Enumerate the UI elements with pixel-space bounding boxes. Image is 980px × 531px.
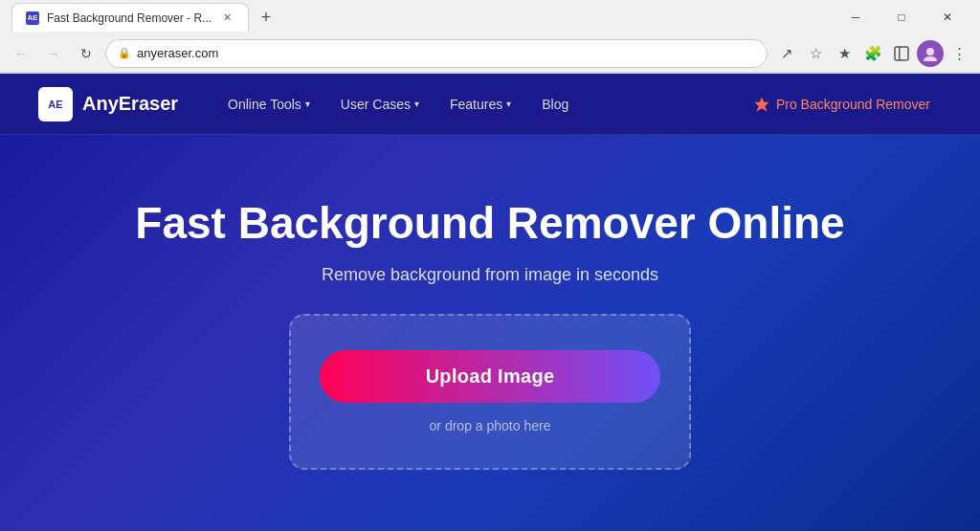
nav-blog[interactable]: Blog xyxy=(530,89,580,120)
drop-text: or drop a photo here xyxy=(430,418,551,433)
user-cases-label: User Cases xyxy=(341,97,411,112)
site-nav: AE AnyEraser Online Tools ▾ User Cases ▾… xyxy=(0,74,980,135)
logo-icon: AE xyxy=(38,87,73,122)
svg-rect-1 xyxy=(899,47,901,60)
url-text: anyeraser.com xyxy=(137,46,755,60)
title-bar: AE Fast Background Remover - R... ✕ + ─ … xyxy=(0,0,980,34)
favorites-button[interactable]: ☆ xyxy=(802,40,829,67)
upload-image-button[interactable]: Upload Image xyxy=(320,350,660,403)
pro-icon xyxy=(753,96,770,113)
online-tools-chevron: ▾ xyxy=(305,99,310,109)
svg-marker-3 xyxy=(755,98,768,111)
online-tools-label: Online Tools xyxy=(228,97,301,112)
blog-label: Blog xyxy=(542,97,568,112)
active-tab[interactable]: AE Fast Background Remover - R... ✕ xyxy=(11,3,249,32)
nav-links: Online Tools ▾ User Cases ▾ Features ▾ B… xyxy=(216,89,742,120)
share-button[interactable]: ↗ xyxy=(773,40,800,67)
minimize-button[interactable]: ─ xyxy=(835,4,877,31)
brand-name: AnyEraser xyxy=(82,93,178,115)
features-label: Features xyxy=(450,97,502,112)
refresh-button[interactable]: ↻ xyxy=(73,40,100,67)
toolbar-icons: ↗ ☆ ★ 🧩 ⋮ xyxy=(773,40,972,67)
svg-point-2 xyxy=(926,48,934,55)
nav-online-tools[interactable]: Online Tools ▾ xyxy=(216,89,322,120)
nav-user-cases[interactable]: User Cases ▾ xyxy=(329,89,431,120)
close-button[interactable]: ✕ xyxy=(926,4,969,31)
upload-drop-zone[interactable]: Upload Image or drop a photo here xyxy=(289,314,691,470)
nav-features[interactable]: Features ▾ xyxy=(438,89,523,120)
pro-label: Pro Background Remover xyxy=(776,97,930,112)
svg-rect-0 xyxy=(895,47,908,60)
maximize-button[interactable]: □ xyxy=(880,4,923,31)
hero-title: Fast Background Remover Online xyxy=(135,197,844,250)
features-chevron: ▾ xyxy=(506,99,511,109)
lock-icon: 🔒 xyxy=(118,47,131,59)
extensions-button[interactable]: 🧩 xyxy=(859,40,886,67)
site-content: AE AnyEraser Online Tools ▾ User Cases ▾… xyxy=(0,74,980,531)
new-tab-button[interactable]: + xyxy=(253,4,279,31)
nav-pro-button[interactable]: Pro Background Remover xyxy=(742,88,942,121)
tab-favicon: AE xyxy=(26,11,39,25)
menu-button[interactable]: ⋮ xyxy=(946,40,972,67)
address-box[interactable]: 🔒 anyeraser.com xyxy=(105,39,768,68)
tab-area: AE Fast Background Remover - R... ✕ + xyxy=(11,3,279,32)
tab-title: Fast Background Remover - R... xyxy=(47,11,212,25)
window-chrome: AE Fast Background Remover - R... ✕ + ─ … xyxy=(0,0,980,74)
tab-strip: AE Fast Background Remover - R... ✕ xyxy=(11,3,249,32)
hero-subtitle: Remove background from image in seconds xyxy=(322,265,658,285)
address-bar-row: ← → ↻ 🔒 anyeraser.com ↗ ☆ ★ 🧩 ⋮ xyxy=(0,34,980,73)
window-controls: ─ □ ✕ xyxy=(835,4,969,31)
logo-area[interactable]: AE AnyEraser xyxy=(38,87,178,122)
forward-button[interactable]: → xyxy=(40,40,67,67)
user-cases-chevron: ▾ xyxy=(414,99,419,109)
profile-button[interactable] xyxy=(917,40,944,67)
sidebar-button[interactable] xyxy=(888,40,915,67)
tab-close-button[interactable]: ✕ xyxy=(219,11,234,26)
back-button[interactable]: ← xyxy=(8,40,34,67)
hero-section: Fast Background Remover Online Remove ba… xyxy=(0,135,980,531)
bookmarks-button[interactable]: ★ xyxy=(831,40,858,67)
